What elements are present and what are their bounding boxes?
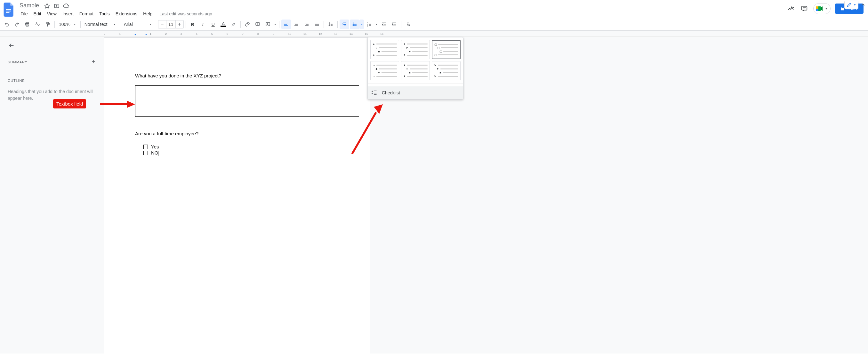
- separator: [401, 21, 401, 28]
- svg-rect-9: [818, 6, 820, 11]
- italic-button[interactable]: I: [198, 20, 208, 29]
- question-1: What have you done in the XYZ project?: [135, 73, 339, 78]
- font-size-decrease[interactable]: −: [158, 21, 166, 28]
- document-page[interactable]: What have you done in the XYZ project? A…: [104, 38, 370, 358]
- svg-text:3: 3: [367, 25, 368, 27]
- divider: [368, 84, 463, 84]
- workspace: 2112345678910111213141516▾▾ SUMMARY + OU…: [0, 31, 868, 354]
- bullet-preset-4[interactable]: → ◆ ● →: [370, 61, 399, 80]
- bullet-preset-5[interactable]: ★ ○ ■ ★: [401, 61, 430, 80]
- checklist-menu-item[interactable]: Checklist: [368, 86, 463, 99]
- svg-point-37: [353, 25, 353, 26]
- separator: [54, 21, 55, 28]
- back-arrow-icon[interactable]: [8, 41, 16, 49]
- checklist-item-yes[interactable]: Yes: [135, 144, 339, 150]
- spellcheck-button[interactable]: [33, 20, 42, 29]
- move-icon[interactable]: [54, 3, 60, 9]
- indent-decrease-button[interactable]: [379, 20, 389, 29]
- insert-link-button[interactable]: [243, 20, 252, 29]
- star-icon[interactable]: [44, 3, 50, 9]
- zoom-select[interactable]: 100%▼: [57, 20, 79, 29]
- editing-mode-button[interactable]: ▼: [844, 1, 859, 9]
- textbox-field[interactable]: [135, 86, 359, 117]
- menu-tools[interactable]: Tools: [97, 10, 112, 18]
- insert-image-button[interactable]: [263, 20, 273, 29]
- separator: [186, 21, 186, 28]
- text-cursor: [158, 151, 158, 156]
- last-edit-link[interactable]: Last edit was seconds ago: [156, 11, 212, 16]
- menu-format[interactable]: Format: [77, 10, 96, 18]
- separator: [240, 21, 241, 28]
- separator: [120, 21, 120, 28]
- numbered-list-button[interactable]: 123: [365, 20, 374, 29]
- align-left-button[interactable]: [281, 20, 291, 29]
- font-select[interactable]: Arial▼: [122, 21, 154, 28]
- bulleted-list-caret[interactable]: ▼: [360, 20, 364, 29]
- bold-button[interactable]: B: [188, 20, 197, 29]
- font-size-group: − +: [158, 20, 184, 29]
- separator: [337, 21, 338, 28]
- separator: [156, 21, 156, 28]
- document-title[interactable]: Sample: [18, 1, 41, 10]
- redo-button[interactable]: [12, 20, 22, 29]
- bullet-preset-1[interactable]: ● ○ ■ ●: [370, 40, 399, 59]
- menu-insert[interactable]: Insert: [60, 10, 76, 18]
- svg-line-57: [352, 112, 376, 154]
- highlight-button[interactable]: [229, 20, 239, 29]
- checklist-item-no[interactable]: NO: [135, 150, 339, 156]
- svg-rect-7: [816, 6, 818, 9]
- align-center-button[interactable]: [291, 20, 301, 29]
- comments-icon[interactable]: [800, 4, 809, 13]
- menu-extensions[interactable]: Extensions: [113, 10, 140, 18]
- bullet-preset-2[interactable]: ✦ ➤ ➤ ✦: [401, 40, 430, 59]
- svg-rect-13: [46, 22, 49, 24]
- meet-button[interactable]: ▼: [813, 3, 831, 14]
- clear-formatting-button[interactable]: [403, 20, 413, 29]
- annotation-arrow-icon: [349, 104, 384, 156]
- insert-image-caret[interactable]: ▼: [273, 20, 277, 29]
- indent-increase-button[interactable]: [390, 20, 399, 29]
- paragraph-style-select[interactable]: Normal text▼: [83, 21, 118, 28]
- svg-point-35: [353, 23, 353, 23]
- activity-icon[interactable]: [786, 4, 795, 13]
- undo-button[interactable]: [2, 20, 11, 29]
- bulleted-list-button[interactable]: [350, 20, 360, 29]
- align-right-button[interactable]: [302, 20, 311, 29]
- menu-edit[interactable]: Edit: [31, 10, 44, 18]
- insert-comment-button[interactable]: [253, 20, 262, 29]
- ruler[interactable]: 2112345678910111213141516▾▾: [0, 31, 868, 36]
- app-header: Sample File Edit View Insert Format Tool…: [0, 0, 868, 18]
- checkbox-icon[interactable]: [144, 151, 148, 155]
- svg-rect-3: [801, 6, 807, 10]
- menu-view[interactable]: View: [44, 10, 59, 18]
- cloud-status-icon[interactable]: [63, 3, 69, 9]
- separator: [279, 21, 279, 28]
- svg-rect-15: [266, 23, 270, 26]
- add-summary-button[interactable]: +: [92, 58, 95, 66]
- numbered-list-caret[interactable]: ▼: [374, 20, 379, 29]
- align-justify-button[interactable]: [312, 20, 322, 29]
- print-button[interactable]: [22, 20, 32, 29]
- menu-help[interactable]: Help: [141, 10, 155, 18]
- paint-format-button[interactable]: [43, 20, 53, 29]
- bullet-preset-6[interactable]: ➤ ➤ ■ ➤: [432, 61, 461, 80]
- line-spacing-button[interactable]: [326, 20, 335, 29]
- checkbox-icon[interactable]: [144, 144, 148, 149]
- annotation-arrow-icon: [100, 99, 135, 109]
- font-size-input[interactable]: [166, 21, 176, 28]
- question-2: Are you a full-time employee?: [135, 131, 339, 136]
- checklist-menu-label: Checklist: [382, 90, 400, 95]
- menu-bar: File Edit View Insert Format Tools Exten…: [16, 10, 212, 18]
- docs-logo[interactable]: [3, 1, 16, 18]
- text-color-button[interactable]: A: [219, 20, 228, 29]
- menu-file[interactable]: File: [18, 10, 30, 18]
- checklist-button[interactable]: [340, 20, 349, 29]
- svg-rect-8: [816, 9, 818, 11]
- collapse-toolbar-button[interactable]: [860, 1, 867, 8]
- bullet-presets-popover: ● ○ ■ ● ✦ ➤ ➤ ✦ ▢ ▢ ▢ ▢ →: [367, 37, 463, 99]
- separator: [80, 21, 81, 28]
- font-size-increase[interactable]: +: [176, 21, 183, 28]
- bullet-preset-3[interactable]: ▢ ▢ ▢ ▢: [432, 40, 461, 59]
- underline-button[interactable]: U: [208, 20, 218, 29]
- caret-down-icon: ▼: [825, 7, 828, 10]
